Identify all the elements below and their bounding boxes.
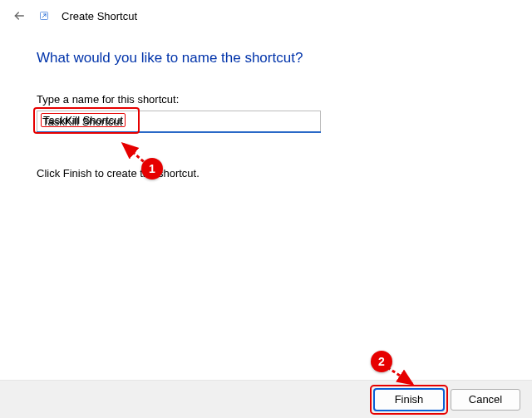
finish-button[interactable]: Finish (374, 389, 444, 411)
wizard-content: What would you like to name the shortcut… (0, 28, 532, 179)
instruction-text: Click Finish to create the shortcut. (37, 167, 495, 179)
wizard-header: Create Shortcut (0, 0, 532, 28)
page-heading: What would you like to name the shortcut… (37, 50, 495, 66)
shortcut-name-input[interactable] (37, 111, 321, 132)
input-focus-underline (37, 131, 321, 133)
shortcut-name-label: Type a name for this shortcut: (37, 93, 495, 106)
annotation-callout-2: 2 (371, 351, 392, 372)
wizard-footer: Finish Cancel (0, 380, 532, 418)
cancel-button[interactable]: Cancel (451, 389, 520, 411)
shortcut-icon (38, 10, 50, 22)
window-title: Create Shortcut (62, 10, 137, 22)
shortcut-name-input-wrap: TaskKill Shortcut (37, 111, 321, 132)
back-arrow-icon[interactable] (12, 8, 27, 23)
